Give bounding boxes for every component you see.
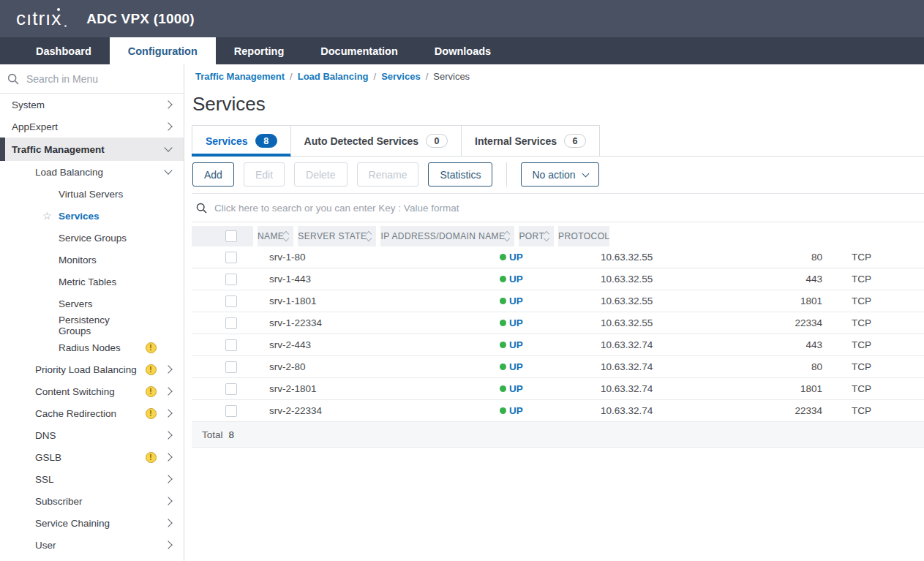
row-checkbox[interactable]: [225, 383, 237, 395]
sidebar-item[interactable]: ☆ AppExpert: [0, 116, 184, 138]
nav-tab[interactable]: Documentation: [302, 37, 416, 64]
sidebar-item[interactable]: ☆ Virtual Servers: [0, 183, 184, 205]
cell-ip-address: 10.63.32.55: [593, 290, 772, 312]
status-up-dot: [500, 276, 506, 282]
table-row[interactable]: srv-2-443 UP 10.63.32.74 443 TCP: [192, 334, 924, 356]
citrix-logo: cıtrıx: [16, 7, 67, 30]
action-dropdown[interactable]: No action: [521, 162, 598, 187]
breadcrumb-link[interactable]: Load Balancing: [298, 71, 369, 82]
sidebar-item[interactable]: ☆ Cache Redirection: [0, 402, 184, 424]
server-state-link[interactable]: UP: [500, 361, 523, 372]
sidebar-item[interactable]: ☆ Service Groups: [0, 227, 184, 249]
column-header[interactable]: NAME: [258, 226, 293, 246]
cell-port: 22334: [776, 312, 840, 334]
content-tab[interactable]: Services 8: [192, 125, 291, 156]
toolbar-button[interactable]: Delete: [294, 162, 347, 187]
content-tab-label: Services: [206, 135, 248, 147]
sidebar-item[interactable]: ☆ Content Switching: [0, 380, 184, 402]
sidebar-item[interactable]: ☆ Services: [0, 205, 184, 227]
sort-icon[interactable]: [367, 232, 371, 241]
sidebar-item[interactable]: ☆ Monitors: [0, 249, 184, 271]
server-state-link[interactable]: UP: [500, 274, 523, 285]
sidebar-item-label: User: [35, 540, 56, 551]
sort-icon[interactable]: [505, 232, 509, 241]
cell-protocol: TCP: [844, 246, 924, 268]
sidebar-item-label: System: [12, 99, 45, 110]
sidebar-item[interactable]: ☆ SSL: [0, 468, 184, 490]
sort-icon[interactable]: [284, 232, 288, 241]
sidebar-item[interactable]: ☆ Servers: [0, 293, 184, 315]
star-icon[interactable]: ☆: [42, 211, 59, 221]
table-row[interactable]: srv-2-1801 UP 10.63.32.74 1801 TCP: [192, 378, 924, 400]
table-row[interactable]: srv-1-22334 UP 10.63.32.55 22334 TCP: [192, 312, 924, 334]
server-state-link[interactable]: UP: [500, 252, 523, 263]
row-checkbox[interactable]: [225, 317, 237, 329]
sort-icon[interactable]: [544, 232, 549, 241]
breadcrumb-link[interactable]: Traffic Management: [195, 71, 285, 82]
toolbar-button[interactable]: Statistics: [428, 162, 492, 187]
row-checkbox[interactable]: [225, 339, 237, 351]
chevron-icon: [164, 365, 172, 373]
content-tab[interactable]: Auto Detected Services 0: [290, 125, 462, 156]
sidebar-item[interactable]: ☆ Subscriber: [0, 490, 184, 512]
row-checkbox[interactable]: [225, 295, 237, 307]
nav-tab[interactable]: Reporting: [216, 37, 302, 64]
row-checkbox[interactable]: [225, 361, 237, 373]
toolbar-divider: [506, 162, 507, 187]
breadcrumb-link[interactable]: Services: [381, 71, 421, 82]
table-row[interactable]: srv-2-22334 UP 10.63.32.74 22334 TCP: [192, 400, 924, 422]
breadcrumb-current: Services: [433, 71, 470, 82]
nav-tab[interactable]: Configuration: [110, 37, 216, 64]
column-header[interactable]: PORT: [519, 226, 554, 246]
row-checkbox[interactable]: [225, 252, 237, 263]
cell-protocol: TCP: [844, 312, 924, 334]
server-state-label: UP: [509, 274, 523, 285]
nav-tab[interactable]: Dashboard: [18, 37, 110, 64]
column-header[interactable]: IP ADDRESS/DOMAIN NAME: [380, 226, 514, 246]
toolbar-button[interactable]: Add: [192, 162, 234, 187]
server-state-link[interactable]: UP: [500, 339, 523, 350]
sidebar-item[interactable]: ☆ System: [0, 94, 184, 116]
select-all-checkbox[interactable]: [225, 230, 237, 242]
table-row[interactable]: srv-1-1801 UP 10.63.32.55 1801 TCP: [192, 290, 924, 312]
sidebar-item[interactable]: ☆ Persistency Groups: [0, 315, 184, 336]
row-checkbox[interactable]: [225, 274, 237, 285]
toolbar-button[interactable]: Edit: [244, 162, 285, 187]
sidebar-item[interactable]: ☆ Load Balancing: [0, 161, 184, 183]
breadcrumb-separator: /: [290, 71, 293, 82]
content-tab[interactable]: Internal Services 6: [461, 125, 600, 156]
row-checkbox[interactable]: [225, 405, 237, 417]
table-row[interactable]: srv-2-80 UP 10.63.32.74 80 TCP: [192, 356, 924, 378]
sidebar-item[interactable]: ☆ Priority Load Balancing: [0, 358, 184, 380]
sidebar-item-label: AppExpert: [12, 121, 58, 132]
table-row[interactable]: srv-1-80 UP 10.63.32.55 80 TCP: [192, 246, 924, 268]
sidebar-item[interactable]: ☆ DNS: [0, 424, 184, 446]
sidebar-item[interactable]: ☆ Metric Tables: [0, 271, 184, 293]
sidebar-item-label: Metric Tables: [59, 276, 116, 287]
server-state-label: UP: [509, 295, 523, 306]
breadcrumb-separator: /: [374, 71, 377, 82]
toolbar-button[interactable]: Rename: [357, 162, 419, 187]
warning-icon: [146, 408, 157, 419]
cell-protocol: TCP: [844, 356, 924, 377]
server-state-link[interactable]: UP: [500, 383, 523, 394]
sidebar-item[interactable]: ☆ User: [0, 534, 184, 556]
nav-tab[interactable]: Downloads: [416, 37, 509, 64]
table-row[interactable]: srv-1-443 UP 10.63.32.55 443 TCP: [192, 268, 924, 290]
sidebar-item-label: Persistency Groups: [59, 315, 144, 336]
column-header[interactable]: PROTOCOL: [558, 226, 609, 246]
column-header[interactable]: SERVER STATE: [298, 226, 376, 246]
sidebar-menu: ☆ System ☆ AppExpert ☆ Traffic Manag: [0, 94, 184, 556]
sidebar-item[interactable]: ☆ Traffic Management: [0, 138, 184, 161]
sidebar-item-label: Traffic Management: [12, 144, 105, 155]
server-state-link[interactable]: UP: [500, 295, 523, 306]
sidebar-item[interactable]: ☆ Service Chaining: [0, 512, 184, 534]
table-search-bar[interactable]: Click here to search or you can enter Ke…: [192, 193, 924, 222]
server-state-link[interactable]: UP: [500, 317, 523, 328]
sidebar-item[interactable]: ☆ GSLB: [0, 446, 184, 468]
server-state-link[interactable]: UP: [500, 405, 523, 416]
cell-port: 1801: [776, 378, 840, 399]
sidebar-item-label: GSLB: [35, 452, 61, 463]
sidebar-item[interactable]: ☆ Radius Nodes: [0, 336, 184, 358]
sidebar-search[interactable]: Search in Menu: [0, 64, 184, 94]
